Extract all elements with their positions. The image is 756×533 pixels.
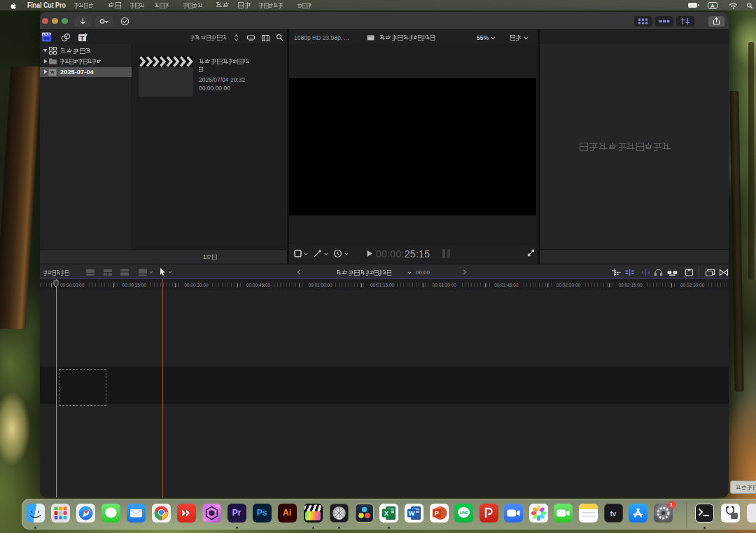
svg-text:T: T [80, 34, 85, 42]
svg-text:LINE: LINE [459, 511, 468, 515]
svg-text:W: W [408, 509, 414, 517]
svg-text:P: P [434, 509, 439, 517]
svg-text:X: X [384, 509, 389, 517]
